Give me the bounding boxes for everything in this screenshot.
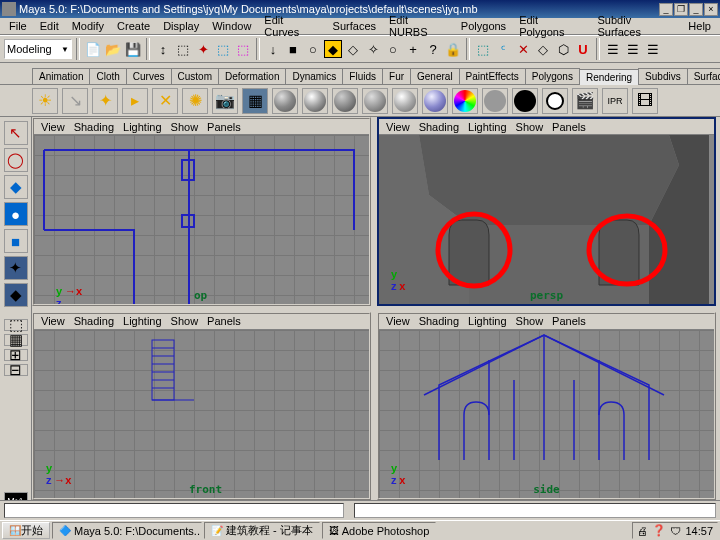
select-tool[interactable]: ↖ <box>4 121 28 145</box>
taskbar-item[interactable]: 📝建筑教程 - 记事本 <box>204 522 320 539</box>
toolbar-icon[interactable]: ◇ <box>344 40 362 58</box>
shelf-tab-dynamics[interactable]: Dynamics <box>285 68 343 84</box>
minimize2-button[interactable]: _ <box>689 3 703 16</box>
snap-icon[interactable]: ✦ <box>194 40 212 58</box>
viewport-side[interactable]: ViewShadingLightingShowPanels yz x side <box>377 312 716 501</box>
viewport-menu-lighting[interactable]: Lighting <box>465 121 510 133</box>
mode-selector[interactable]: Modeling <box>4 39 72 59</box>
viewport-top[interactable]: ViewShadingLightingShowPanels y →xz op <box>32 117 371 306</box>
ipr-button[interactable]: IPR <box>602 88 628 114</box>
toolbar-icon[interactable]: ✧ <box>364 40 382 58</box>
menu-polygons[interactable]: Polygons <box>456 19 511 33</box>
shelf-tab-animation[interactable]: Animation <box>32 68 90 84</box>
toolbar-icon[interactable]: ☰ <box>624 40 642 58</box>
menu-help[interactable]: Help <box>683 19 716 33</box>
open-scene-button[interactable]: 📂 <box>104 40 122 58</box>
close-button[interactable]: × <box>704 3 718 16</box>
toolbar-icon[interactable]: ☰ <box>604 40 622 58</box>
light-icon[interactable]: ↘ <box>62 88 88 114</box>
material-ball-icon[interactable] <box>512 88 538 114</box>
material-ball-icon[interactable] <box>392 88 418 114</box>
menu-modify[interactable]: Modify <box>67 19 109 33</box>
menu-window[interactable]: Window <box>207 19 256 33</box>
toolbar-icon[interactable]: ⬡ <box>554 40 572 58</box>
viewport-menu-view[interactable]: View <box>38 121 68 133</box>
layout-button[interactable]: ⬚ <box>4 319 28 331</box>
persp-view-canvas[interactable]: yz x persp <box>379 135 714 304</box>
snap-icon[interactable]: ↕ <box>154 40 172 58</box>
light-icon[interactable]: ✦ <box>92 88 118 114</box>
material-ball-icon[interactable] <box>452 88 478 114</box>
toolbar-icon[interactable]: ◇ <box>534 40 552 58</box>
viewport-menu-view[interactable]: View <box>383 315 413 327</box>
side-view-canvas[interactable]: yz x side <box>379 330 714 499</box>
taskbar-item[interactable]: 🔷Maya 5.0: F:\Documents... <box>52 522 202 539</box>
viewport-menu-shading[interactable]: Shading <box>71 121 117 133</box>
history-icon[interactable]: ↓ <box>264 40 282 58</box>
menu-edit-nurbs[interactable]: Edit NURBS <box>384 13 453 39</box>
viewport-menu-lighting[interactable]: Lighting <box>120 121 165 133</box>
material-ball-icon[interactable] <box>542 88 568 114</box>
viewport-menu-show[interactable]: Show <box>513 121 547 133</box>
viewport-menu-view[interactable]: View <box>383 121 413 133</box>
lasso-tool[interactable]: ◯ <box>4 148 28 172</box>
taskbar-item[interactable]: 🖼Adobe Photoshop <box>322 522 436 539</box>
move-tool[interactable]: ◆ <box>4 175 28 199</box>
top-view-canvas[interactable]: y →xz op <box>34 135 369 304</box>
start-button[interactable]: 🪟 开始 <box>2 522 50 539</box>
scale-tool[interactable]: ■ <box>4 229 28 253</box>
viewport-menu-panels[interactable]: Panels <box>549 315 589 327</box>
toolbar-icon[interactable]: ☰ <box>644 40 662 58</box>
last-tool[interactable]: ◆ <box>4 283 28 307</box>
shelf-tab-cloth[interactable]: Cloth <box>89 68 126 84</box>
material-ball-icon[interactable] <box>332 88 358 114</box>
menu-edit[interactable]: Edit <box>35 19 64 33</box>
material-ball-icon[interactable] <box>362 88 388 114</box>
shelf-tab-general[interactable]: General <box>410 68 460 84</box>
lock-icon[interactable]: 🔒 <box>444 40 462 58</box>
viewport-menu-shading[interactable]: Shading <box>416 315 462 327</box>
toolbar-icon-active[interactable]: ◆ <box>324 40 342 58</box>
snap-icon[interactable]: ⬚ <box>174 40 192 58</box>
render-icon[interactable]: ▦ <box>242 88 268 114</box>
viewport-front[interactable]: ViewShadingLightingShowPanels yz →x fron… <box>32 312 371 501</box>
material-ball-icon[interactable] <box>302 88 328 114</box>
viewport-menu-shading[interactable]: Shading <box>416 121 462 133</box>
shelf-tab-deformation[interactable]: Deformation <box>218 68 286 84</box>
render-settings-button[interactable]: 🎞 <box>632 88 658 114</box>
viewport-menu-panels[interactable]: Panels <box>549 121 589 133</box>
menu-create[interactable]: Create <box>112 19 155 33</box>
tray-icon[interactable]: 🛡 <box>670 525 681 537</box>
toolbar-icon[interactable]: + <box>404 40 422 58</box>
rotate-tool[interactable]: ● <box>4 202 28 226</box>
light-icon[interactable]: ✕ <box>152 88 178 114</box>
command-input[interactable] <box>4 503 344 518</box>
menu-surfaces[interactable]: Surfaces <box>328 19 381 33</box>
viewport-menu-panels[interactable]: Panels <box>204 121 244 133</box>
viewport-menu-panels[interactable]: Panels <box>204 315 244 327</box>
menu-display[interactable]: Display <box>158 19 204 33</box>
toolbar-icon[interactable]: ⬚ <box>474 40 492 58</box>
viewport-menu-view[interactable]: View <box>38 315 68 327</box>
shelf-tab-custom[interactable]: Custom <box>171 68 219 84</box>
render-button[interactable]: 🎬 <box>572 88 598 114</box>
toolbar-icon[interactable]: ✕ <box>514 40 532 58</box>
toolbar-icon[interactable]: ᶜ <box>494 40 512 58</box>
front-view-canvas[interactable]: yz →x front <box>34 330 369 499</box>
magnet-icon[interactable]: U <box>574 40 592 58</box>
viewport-menu-lighting[interactable]: Lighting <box>465 315 510 327</box>
shelf-tab-subdivs[interactable]: Subdivs <box>638 68 688 84</box>
menu-edit-curves[interactable]: Edit Curves <box>259 13 324 39</box>
menu-edit-polygons[interactable]: Edit Polygons <box>514 13 589 39</box>
viewport-menu-show[interactable]: Show <box>168 315 202 327</box>
layout-button[interactable]: ⊟ <box>4 364 28 376</box>
viewport-menu-lighting[interactable]: Lighting <box>120 315 165 327</box>
tray-icon[interactable]: ❓ <box>652 524 666 537</box>
shelf-tab-rendering[interactable]: Rendering <box>579 69 639 85</box>
light-icon[interactable]: ▸ <box>122 88 148 114</box>
light-icon[interactable]: ✺ <box>182 88 208 114</box>
viewport-menu-shading[interactable]: Shading <box>71 315 117 327</box>
shelf-tab-fur[interactable]: Fur <box>382 68 411 84</box>
new-scene-button[interactable]: 📄 <box>84 40 102 58</box>
light-icon[interactable]: ☀ <box>32 88 58 114</box>
